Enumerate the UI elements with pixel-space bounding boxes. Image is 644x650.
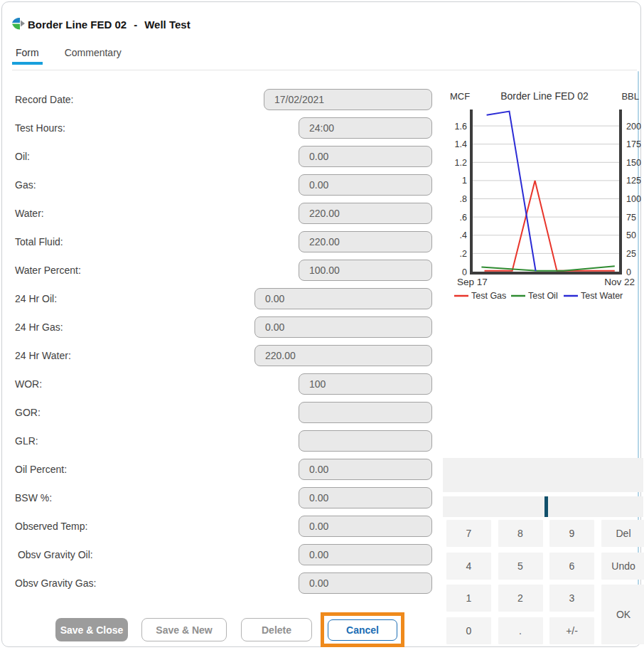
chart-svg: Border Line FED 02MCFBBL1.62001.41751.21… xyxy=(443,82,644,307)
form-kind: Well Test xyxy=(144,18,190,31)
form-row: BSW %:0.00 xyxy=(2,487,437,508)
right-tick-label: 200 xyxy=(626,122,641,132)
keypad-caret xyxy=(544,496,548,517)
keypad-key-4[interactable]: 4 xyxy=(446,553,491,580)
left-tick-label: 1.4 xyxy=(455,139,467,149)
24hr-oil-input[interactable]: 0.00 xyxy=(254,288,432,309)
keypad-key-del[interactable]: Del xyxy=(601,520,644,547)
form-row: Oil:0.00 xyxy=(2,146,437,167)
field-label-24hr-oil: 24 Hr Oil: xyxy=(15,288,57,309)
keypad-key-9[interactable]: 9 xyxy=(549,520,594,547)
keypad-key-2[interactable]: 2 xyxy=(498,585,543,612)
tab-form[interactable]: Form xyxy=(12,45,43,65)
glr-input[interactable] xyxy=(299,430,432,452)
obsv-gravity-oil-input[interactable]: 0.00 xyxy=(299,544,432,565)
record-date-input[interactable]: 17/02/2021 xyxy=(264,89,432,110)
keypad-key-5[interactable]: 5 xyxy=(498,553,543,580)
oil-percent-input[interactable]: 0.00 xyxy=(299,459,432,480)
field-label-water-percent: Water Percent: xyxy=(15,260,81,281)
field-label-24hr-water: 24 Hr Water: xyxy=(15,345,71,366)
keypad-key-8[interactable]: 8 xyxy=(498,520,543,547)
form-row: Test Hours:24:00 xyxy=(2,117,437,139)
right-tick-label: 75 xyxy=(626,213,636,223)
form-row: Water:220.00 xyxy=(2,203,437,224)
form-row: Record Date:17/02/2021 xyxy=(2,89,437,110)
right-tick-label: 50 xyxy=(626,230,636,240)
form-row: WOR:100 xyxy=(2,373,437,395)
left-tick-label: 1.2 xyxy=(455,158,467,168)
keypad-display xyxy=(443,458,643,492)
left-tick-label: .6 xyxy=(460,213,467,223)
field-label-observed-temp: Observed Temp: xyxy=(15,516,87,537)
form-row: Obsv Gravity Gas:0.00 xyxy=(2,572,437,594)
keypad-key-undo[interactable]: Undo xyxy=(601,553,644,580)
left-tick-label: 0 xyxy=(462,267,467,277)
keypad-key-0[interactable]: 0 xyxy=(446,617,491,644)
bsw-percent-input[interactable]: 0.00 xyxy=(299,487,432,508)
left-tick-label: 1 xyxy=(462,176,467,186)
tab-commentary[interactable]: Commentary xyxy=(61,45,125,65)
right-tick-label: 0 xyxy=(626,267,631,277)
form-row: Obsv Gravity Oil:0.00 xyxy=(2,544,437,565)
form-row: 24 Hr Gas:0.00 xyxy=(2,316,437,338)
left-tick-label: .4 xyxy=(460,230,467,240)
field-label-record-date: Record Date: xyxy=(15,89,73,110)
obsv-gravity-gas-input[interactable]: 0.00 xyxy=(299,572,432,594)
field-label-bsw-percent: BSW %: xyxy=(15,487,52,508)
left-tick-label: 1.6 xyxy=(455,122,467,132)
left-tick-label: .2 xyxy=(460,249,467,259)
field-label-obsv-gravity-oil: Obsv Gravity Oil: xyxy=(15,544,93,565)
field-label-gor: GOR: xyxy=(15,402,41,423)
form-row: GOR: xyxy=(2,402,437,423)
water-percent-input[interactable]: 100.00 xyxy=(299,260,432,281)
field-label-glr: GLR: xyxy=(15,430,38,452)
form-row: Gas:0.00 xyxy=(2,174,437,196)
wor-input[interactable]: 100 xyxy=(299,373,432,395)
keypad-key-plus-minus[interactable]: +/- xyxy=(549,617,594,644)
test-hours-input[interactable]: 24:00 xyxy=(299,117,432,139)
bottom-axis-bar xyxy=(470,272,622,275)
field-label-oil: Oil: xyxy=(15,146,30,167)
delete-button[interactable]: Delete xyxy=(241,618,312,641)
title-separator: - xyxy=(134,18,137,31)
keypad-input-field[interactable] xyxy=(443,496,643,517)
form-row: Water Percent:100.00 xyxy=(2,260,437,281)
field-label-obsv-gravity-gas: Obsv Gravity Gas: xyxy=(15,572,96,594)
form-row: 24 Hr Water:220.00 xyxy=(2,345,437,366)
right-tick-label: 25 xyxy=(626,249,636,259)
screen: Border Line FED 02-Well Test Form Commen… xyxy=(0,0,644,650)
24hr-water-input[interactable]: 220.00 xyxy=(254,345,432,366)
numeric-keypad: 789Del456Undo123OK0.+/- xyxy=(443,458,643,646)
field-label-total-fluid: Total Fluid: xyxy=(15,231,63,252)
right-tick-label: 175 xyxy=(626,139,641,149)
keypad-key-7[interactable]: 7 xyxy=(446,520,491,547)
keypad-key-1[interactable]: 1 xyxy=(446,585,491,612)
keypad-key-6[interactable]: 6 xyxy=(549,553,594,580)
series-line-test-water xyxy=(487,112,536,271)
field-label-24hr-gas: 24 Hr Gas: xyxy=(15,316,63,338)
series-line-test-gas xyxy=(485,181,615,271)
chart-title: Border Line FED 02 xyxy=(500,90,589,102)
water-input[interactable]: 220.00 xyxy=(299,203,432,224)
x-axis-start-label: Sep 17 xyxy=(457,277,488,287)
right-tick-label: 150 xyxy=(626,158,641,168)
field-label-gas: Gas: xyxy=(15,174,36,196)
keypad-key-decimal[interactable]: . xyxy=(498,617,543,644)
save-new-button[interactable]: Save & New xyxy=(141,618,227,641)
legend-label-2: Test Oil xyxy=(528,291,558,301)
gas-input[interactable]: 0.00 xyxy=(299,174,432,196)
well-test-window: Border Line FED 02-Well Test Form Commen… xyxy=(1,1,641,647)
keypad-key-ok[interactable]: OK xyxy=(601,585,644,644)
keypad-key-3[interactable]: 3 xyxy=(549,585,594,612)
24hr-gas-input[interactable]: 0.00 xyxy=(254,316,432,338)
observed-temp-input[interactable]: 0.00 xyxy=(299,516,432,537)
form-row: Total Fluid:220.00 xyxy=(2,231,437,252)
well-name: Border Line FED 02 xyxy=(28,18,127,31)
cancel-button[interactable]: Cancel xyxy=(328,619,397,641)
right-tick-label: 100 xyxy=(626,194,641,204)
total-fluid-input[interactable]: 220.00 xyxy=(299,231,432,252)
gor-input[interactable] xyxy=(299,402,432,423)
x-axis-end-label: Nov 22 xyxy=(604,277,635,287)
save-close-button[interactable]: Save & Close xyxy=(55,618,128,641)
oil-input[interactable]: 0.00 xyxy=(299,146,432,167)
